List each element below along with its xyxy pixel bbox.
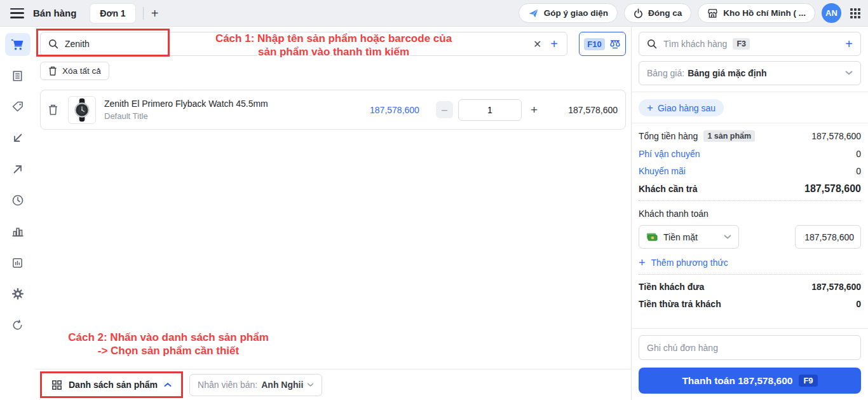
sidebar-item-promotions[interactable]: [5, 95, 31, 118]
clock-icon: [11, 194, 24, 207]
sidebar-item-revenue[interactable]: [5, 220, 31, 243]
chevron-down-icon: [307, 383, 314, 387]
clear-all-button[interactable]: Xóa tất cả: [40, 62, 109, 80]
tendered-value: 187,578,600: [811, 282, 861, 292]
report-icon: [11, 257, 24, 269]
tab-separator: [143, 7, 144, 20]
sidebar-item-settings[interactable]: [5, 282, 31, 305]
product-search-input[interactable]: [65, 39, 529, 49]
arrow-up-right-icon: [12, 163, 24, 175]
sidebar-item-returns[interactable]: [5, 127, 31, 149]
arrow-down-left-icon: [12, 132, 24, 144]
sidebar-item-shipments[interactable]: [5, 158, 31, 181]
add-customer-icon[interactable]: +: [845, 38, 853, 50]
feedback-button[interactable]: Góp ý giao diện: [519, 3, 618, 23]
shipping-value: 0: [856, 149, 861, 159]
amount-due-value: 187,578,600: [804, 183, 861, 195]
add-payment-method-link[interactable]: + Thêm phương thức: [639, 257, 728, 268]
gear-icon: [11, 287, 24, 300]
page-title: Bán hàng: [33, 8, 76, 18]
refresh-icon: [11, 319, 24, 331]
seller-select[interactable]: Nhân viên bán: Anh Nghii: [189, 374, 322, 396]
item-count-badge: 1 sản phẩm: [703, 130, 755, 142]
receipt-icon: [11, 70, 24, 82]
plus-icon: +: [639, 257, 646, 268]
line-total: 187,578,600: [543, 105, 618, 115]
bar-chart-icon: [11, 226, 24, 237]
chevron-up-icon: [164, 382, 172, 387]
customer-search-placeholder: Tìm khách hàng: [663, 39, 727, 49]
qty-plus-button[interactable]: +: [531, 104, 538, 116]
order-note-input[interactable]: [639, 335, 861, 360]
add-order-tab-button[interactable]: +: [151, 7, 159, 20]
search-icon: [647, 39, 657, 49]
payment-amount-input[interactable]: [795, 225, 861, 249]
paper-plane-icon: [528, 8, 539, 18]
sidebar-item-reports[interactable]: [5, 251, 31, 274]
shipping-fee-link[interactable]: Phí vận chuyển: [639, 149, 700, 159]
product-search-box[interactable]: ✕ +: [40, 32, 567, 56]
apps-grid-icon[interactable]: [850, 8, 860, 18]
change-row: Tiền thừa trả khách 0: [639, 299, 861, 309]
qty-minus-button[interactable]: –: [436, 101, 453, 118]
order-tab[interactable]: Đơn 1: [90, 4, 135, 23]
divider: [632, 92, 868, 92]
subtotal-row: Tổng tiền hàng 1 sản phẩm 187,578,600: [639, 130, 861, 142]
change-value: 0: [856, 299, 861, 309]
annotation-method2: Cách 2: Nhấn vào danh sách sản phẩm -> C…: [35, 331, 302, 358]
store-icon: [707, 8, 718, 18]
cash-icon: [646, 233, 658, 242]
bottom-bar: Danh sách sản phẩm Nhân viên bán: Anh Ng…: [35, 369, 631, 400]
sidebar-item-orders[interactable]: [5, 64, 31, 87]
price-list-select[interactable]: Bảng giá: Bảng giá mặc định: [639, 61, 861, 85]
payment-method-select[interactable]: Tiền mặt: [639, 225, 739, 249]
cart-line-item: Zenith El Primero Flyback Watch 45.5mm D…: [40, 90, 626, 130]
sidebar-item-history[interactable]: [5, 189, 31, 212]
f10-badge: F10: [584, 38, 604, 50]
search-icon: [48, 39, 58, 49]
product-name: Zenith El Primero Flyback Watch 45.5mm: [104, 99, 268, 109]
promotion-row: Khuyến mãi 0: [639, 166, 861, 176]
main-area: ✕ + F10 Xóa tất cả: [35, 27, 631, 400]
f3-badge: F3: [733, 38, 750, 50]
pos-app: Bán hàng Đơn 1 + Góp ý giao diện Đóng ca: [0, 0, 868, 400]
close-shift-button[interactable]: Đóng ca: [624, 3, 691, 23]
checkout-panel: Tìm khách hàng F3 + Bảng giá: Bảng giá m…: [631, 27, 868, 400]
promotion-value: 0: [856, 166, 861, 176]
scale-hotkey-button[interactable]: F10: [579, 32, 626, 56]
unit-price[interactable]: 187,578,600: [370, 105, 419, 115]
user-avatar[interactable]: AN: [822, 3, 841, 23]
cart-icon: [11, 38, 24, 51]
f9-badge: F9: [799, 375, 817, 387]
chevron-down-icon: [724, 235, 731, 240]
store-selector-button[interactable]: Kho Hồ chí Minh ( ...: [698, 3, 815, 23]
customer-search-input[interactable]: Tìm khách hàng F3 +: [639, 32, 861, 56]
tag-icon: [11, 100, 24, 113]
left-sidebar: [0, 27, 35, 400]
qty-input[interactable]: [458, 99, 522, 121]
product-image: [68, 96, 96, 124]
chevron-down-icon: [845, 71, 853, 76]
divider: [632, 328, 868, 329]
deliver-later-button[interactable]: + Giao hàng sau: [639, 99, 724, 116]
trash-icon: [48, 66, 57, 76]
sidebar-item-sales[interactable]: [5, 33, 31, 56]
change-label: Tiền thừa trả khách: [639, 299, 721, 309]
menu-icon[interactable]: [10, 8, 24, 18]
power-icon: [634, 8, 643, 18]
amount-due-label: Khách cần trả: [639, 184, 698, 194]
customer-pay-label: Khách thanh toán: [639, 209, 861, 219]
remove-item-icon[interactable]: [48, 104, 58, 115]
dotted-divider: [639, 274, 861, 275]
quick-add-product-icon[interactable]: +: [545, 38, 559, 50]
checkout-button[interactable]: Thanh toán 187,578,600 F9: [639, 368, 861, 394]
subtotal-value: 187,578,600: [811, 131, 861, 141]
divider: [632, 123, 868, 123]
subtotal-label: Tổng tiền hàng: [639, 131, 698, 141]
scale-icon: [609, 39, 621, 50]
sidebar-item-sync[interactable]: [5, 314, 31, 336]
clear-search-icon[interactable]: ✕: [529, 38, 545, 50]
promotion-link[interactable]: Khuyến mãi: [639, 166, 686, 176]
product-list-button[interactable]: Danh sách sản phẩm: [43, 374, 180, 396]
amount-due-row: Khách cần trả 187,578,600: [639, 183, 861, 195]
